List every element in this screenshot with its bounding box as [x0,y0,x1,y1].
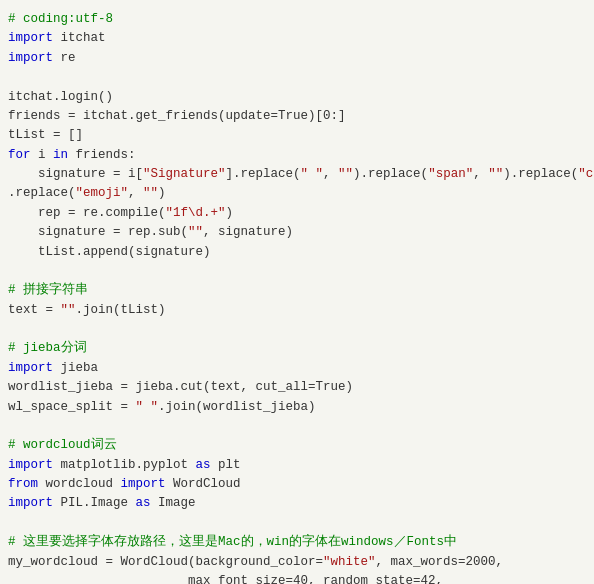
line-comment-1: # coding:utf-8 [8,12,113,26]
code-content: # coding:utf-8 import itchat import re i… [8,10,582,584]
code-editor: # coding:utf-8 import itchat import re i… [0,0,594,584]
